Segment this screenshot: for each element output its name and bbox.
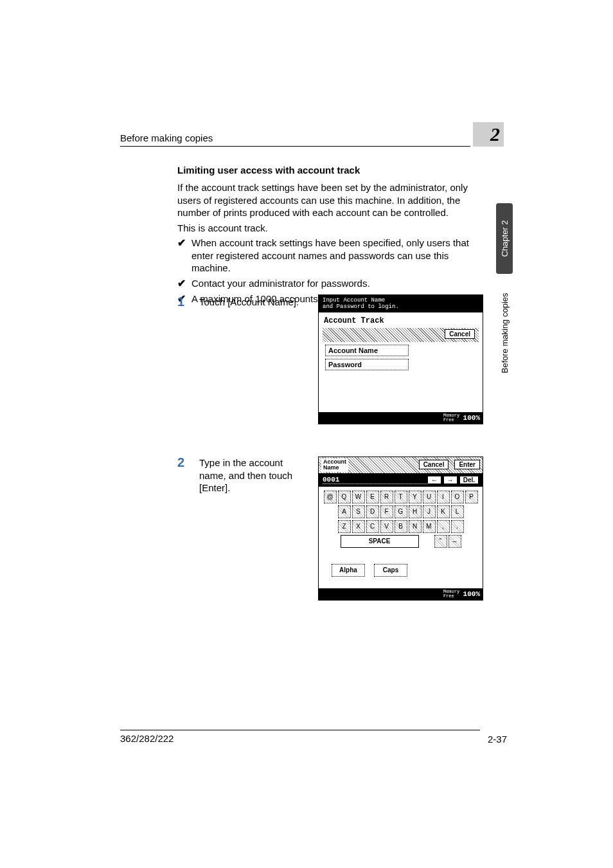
key[interactable]: X xyxy=(352,520,365,533)
lcd-statusbar: MemoryFree 100% xyxy=(319,412,483,424)
key[interactable]: M xyxy=(423,520,436,533)
footer-model: 362/282/222 xyxy=(120,730,480,744)
key[interactable]: R xyxy=(380,491,393,503)
key[interactable]: B xyxy=(395,520,407,533)
entry-line: 0001 ← → Del. xyxy=(319,473,483,487)
key[interactable]: H xyxy=(409,505,422,518)
lcd-toolbar: Cancel xyxy=(323,328,479,342)
side-tab-chapter-label: Chapter 2 xyxy=(500,220,510,257)
side-tab-section-label: Before making copies xyxy=(500,293,510,373)
list-item: ✔ When account track settings have been … xyxy=(177,237,479,275)
check-icon: ✔ xyxy=(177,237,191,275)
key[interactable]: Y xyxy=(409,491,422,503)
key[interactable]: . xyxy=(451,520,464,533)
lcd-top-message: Input Account Name and Password to login… xyxy=(319,295,483,312)
chapter-number-badge: 2 xyxy=(473,122,504,147)
key[interactable]: P xyxy=(465,491,478,503)
onscreen-keyboard: @ Q W E R T Y U I O P A S D F G H J K xyxy=(319,487,483,551)
section-heading: Limiting user access with account track xyxy=(177,165,360,176)
list-item-text: Contact your administrator for passwords… xyxy=(191,277,479,290)
cursor-right-button[interactable]: → xyxy=(443,476,458,484)
caps-mode-button[interactable]: Caps xyxy=(374,564,407,577)
check-icon: ✔ xyxy=(177,277,191,290)
device-screen-keyboard: AccountName Cancel Enter 0001 ← → Del. @… xyxy=(318,457,483,601)
cancel-button[interactable]: Cancel xyxy=(445,329,475,339)
alpha-mode-button[interactable]: Alpha xyxy=(332,564,365,577)
footer-page-number: 2-37 xyxy=(488,734,507,745)
key[interactable]: K xyxy=(437,505,450,518)
intro-paragraph-2: This is account track. xyxy=(177,222,473,235)
account-name-button[interactable]: Account Name xyxy=(325,345,409,356)
side-tab-chapter: Chapter 2 xyxy=(496,203,513,274)
lcd-toolbar: AccountName Cancel Enter xyxy=(319,457,483,473)
symbol-key[interactable]: ˜ xyxy=(434,535,447,548)
intro-paragraph-1: If the account track settings have been … xyxy=(177,181,473,219)
key[interactable]: F xyxy=(380,505,393,518)
symbol-key[interactable]: – xyxy=(449,535,461,548)
cursor-left-button[interactable]: ← xyxy=(427,476,441,484)
key[interactable]: , xyxy=(437,520,450,533)
key[interactable]: U xyxy=(423,491,436,503)
key[interactable]: S xyxy=(352,505,365,518)
key[interactable]: N xyxy=(409,520,422,533)
side-tab-section: Before making copies xyxy=(496,282,513,384)
lcd-top-line2: and Password to login. xyxy=(323,303,399,310)
key[interactable]: Z xyxy=(338,520,351,533)
key[interactable]: G xyxy=(395,505,407,518)
lcd-statusbar: MemoryFree 100% xyxy=(319,588,483,600)
step-text-1: Touch [Account Name]. xyxy=(199,296,308,309)
key[interactable]: Q xyxy=(338,491,351,503)
memory-percent: 100% xyxy=(463,414,480,422)
key[interactable]: T xyxy=(395,491,407,503)
key[interactable]: I xyxy=(437,491,450,503)
enter-button[interactable]: Enter xyxy=(454,460,480,469)
screen-title: AccountName xyxy=(321,458,348,472)
key[interactable]: D xyxy=(366,505,379,518)
password-button[interactable]: Password xyxy=(325,359,409,370)
account-name-input[interactable]: 0001 xyxy=(323,476,427,484)
key[interactable]: W xyxy=(352,491,365,503)
list-item-text: When account track settings have been sp… xyxy=(191,237,479,275)
memory-label: MemoryFree xyxy=(443,413,459,422)
key[interactable]: A xyxy=(338,505,351,518)
space-key[interactable]: SPACE xyxy=(341,535,419,548)
lcd-title: Account Track xyxy=(319,312,483,327)
memory-percent: 100% xyxy=(463,590,480,598)
key[interactable]: O xyxy=(451,491,464,503)
step-number-2: 2 xyxy=(177,455,191,470)
lcd-top-line1: Input Account Name xyxy=(323,297,385,303)
running-head: Before making copies xyxy=(120,132,470,147)
step-text-2: Type in the account name, and then touch… xyxy=(199,457,308,494)
key[interactable]: J xyxy=(423,505,436,518)
key[interactable]: V xyxy=(380,520,393,533)
delete-button[interactable]: Del. xyxy=(459,476,479,484)
list-item: ✔ Contact your administrator for passwor… xyxy=(177,277,479,290)
device-screen-account-track: Input Account Name and Password to login… xyxy=(318,294,483,424)
memory-label: MemoryFree xyxy=(443,590,459,599)
cancel-button[interactable]: Cancel xyxy=(419,460,449,469)
key[interactable]: C xyxy=(366,520,379,533)
key[interactable]: @ xyxy=(324,491,337,503)
step-number-1: 1 xyxy=(177,294,191,309)
key[interactable]: L xyxy=(451,505,464,518)
key[interactable]: E xyxy=(366,491,379,503)
